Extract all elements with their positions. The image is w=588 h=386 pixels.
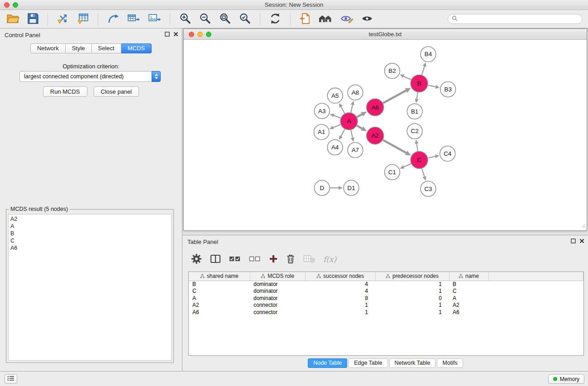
show-graphics-details-button[interactable]	[360, 12, 374, 26]
column-header-predecessor-nodes[interactable]: predecessor nodes	[375, 272, 449, 281]
cell[interactable]: 1	[305, 302, 375, 309]
cell[interactable]: 1	[375, 309, 449, 316]
edge-B-B3[interactable]	[428, 85, 436, 86]
edge-B-B4[interactable]	[422, 66, 425, 75]
tab-network-table[interactable]: Network Table	[389, 358, 436, 368]
column-header-name[interactable]: name	[449, 272, 488, 281]
result-item[interactable]: A2	[10, 215, 169, 223]
network-node-C4[interactable]: C4	[440, 146, 455, 162]
cell[interactable]: C	[189, 288, 250, 295]
export-table-button[interactable]	[126, 11, 141, 27]
network-node-C1[interactable]: C1	[385, 164, 400, 180]
network-node-B[interactable]: B	[411, 75, 428, 92]
delete-columns-button[interactable]	[286, 254, 295, 265]
zoom-in-button[interactable]	[178, 11, 192, 27]
cell[interactable]: A2	[189, 302, 250, 309]
edge-A2-C[interactable]	[383, 140, 406, 152]
network-node-B2[interactable]: B2	[385, 63, 400, 79]
tab-motifs[interactable]: Motifs	[437, 358, 463, 368]
network-node-A[interactable]: A	[340, 113, 358, 130]
edge-A-A8[interactable]	[351, 105, 353, 113]
float-panel-icon[interactable]	[165, 32, 170, 37]
tab-network[interactable]: Network	[30, 43, 66, 53]
tab-mcds[interactable]: MCDS	[121, 43, 152, 53]
show-columns-button[interactable]	[210, 254, 221, 265]
edge-C-C1[interactable]	[404, 164, 411, 167]
edge-C-C2[interactable]	[416, 143, 418, 151]
open-session-button[interactable]	[5, 12, 21, 27]
result-item[interactable]: A	[10, 223, 169, 230]
zoom-fit-button[interactable]	[218, 11, 232, 27]
memory-button[interactable]: Memory	[548, 374, 584, 384]
import-table-button[interactable]	[76, 11, 90, 27]
cell[interactable]: A	[189, 295, 250, 302]
result-item[interactable]: C	[10, 237, 169, 244]
cell[interactable]: B	[189, 281, 250, 288]
close-panel-button[interactable]: Close panel	[94, 86, 139, 97]
zoom-out-button[interactable]	[198, 11, 212, 27]
cell[interactable]: 1	[375, 281, 449, 288]
edge-C-C4[interactable]	[428, 157, 435, 158]
apply-layout-button[interactable]	[268, 11, 282, 27]
cell[interactable]: A	[449, 295, 488, 302]
cell[interactable]: dominator	[250, 295, 305, 302]
network-node-A1[interactable]: A1	[314, 124, 329, 140]
edge-A-A6[interactable]	[357, 114, 362, 117]
cell[interactable]: 8	[305, 295, 375, 302]
network-node-B4[interactable]: B4	[421, 47, 436, 62]
zoom-selected-button[interactable]	[238, 11, 252, 27]
network-node-B3[interactable]: B3	[440, 81, 456, 97]
annotations-button[interactable]	[339, 12, 354, 27]
column-header-successor-nodes[interactable]: successor nodes	[305, 272, 375, 281]
edge-A-A3[interactable]	[334, 115, 340, 118]
cell[interactable]: 1	[375, 302, 449, 309]
tab-node-table[interactable]: Node Table	[308, 358, 347, 368]
float-panel-icon[interactable]	[571, 238, 576, 243]
table-settings-button[interactable]	[191, 253, 202, 266]
network-node-A3[interactable]: A3	[314, 103, 330, 119]
snapshot-button[interactable]	[317, 12, 334, 27]
cell[interactable]: 4	[305, 288, 375, 295]
edge-A-A4[interactable]	[341, 129, 344, 137]
network-node-A6[interactable]: A6	[367, 99, 384, 116]
tab-style[interactable]: Style	[66, 43, 92, 53]
cell[interactable]: 0	[375, 295, 449, 302]
cell[interactable]: 1	[305, 309, 375, 316]
close-panel-icon[interactable]	[173, 32, 178, 37]
edge-B-B2[interactable]	[404, 76, 411, 80]
tab-edge-table[interactable]: Edge Table	[349, 358, 387, 368]
column-header-mcds-role[interactable]: MCDS role	[250, 272, 305, 281]
edge-A-A7[interactable]	[351, 130, 353, 138]
cell[interactable]: 1	[375, 288, 449, 295]
column-header-shared-name[interactable]: shared name	[189, 272, 250, 281]
new-column-button[interactable]	[269, 254, 278, 265]
network-node-A4[interactable]: A4	[327, 140, 343, 155]
select-all-button[interactable]	[229, 255, 241, 264]
network-node-C[interactable]: C	[411, 152, 428, 169]
save-session-button[interactable]	[26, 12, 40, 27]
first-neighbors-button[interactable]	[298, 11, 312, 27]
cell[interactable]: C	[449, 288, 488, 295]
edge-A-A1[interactable]	[333, 124, 340, 127]
result-item[interactable]: A6	[10, 244, 169, 252]
cell[interactable]: A6	[449, 309, 488, 316]
close-panel-icon[interactable]	[579, 238, 584, 243]
cell[interactable]: A6	[189, 309, 250, 316]
criterion-dropdown[interactable]: largest connected component (directed)	[19, 71, 161, 82]
network-canvas[interactable]: B4B2BB3A5A8A6B1A3AC2A1A2A4A7C4CC1C3DD1	[184, 40, 586, 230]
network-node-A8[interactable]: A8	[348, 85, 363, 100]
cell[interactable]: connector	[250, 309, 305, 316]
result-item[interactable]: B	[10, 230, 169, 237]
unselect-all-button[interactable]	[249, 255, 261, 264]
network-node-C2[interactable]: C2	[407, 124, 422, 139]
network-node-A7[interactable]: A7	[348, 143, 363, 158]
edge-B-B1[interactable]	[417, 92, 418, 99]
edge-C-C3[interactable]	[422, 168, 425, 176]
export-image-button[interactable]	[147, 11, 162, 27]
network-node-B1[interactable]: B1	[407, 104, 422, 119]
cell[interactable]: A2	[449, 302, 488, 309]
cell[interactable]: dominator	[250, 288, 305, 295]
network-node-A5[interactable]: A5	[327, 88, 343, 103]
edge-A-A5[interactable]	[341, 107, 344, 114]
cell[interactable]: 4	[305, 281, 375, 288]
